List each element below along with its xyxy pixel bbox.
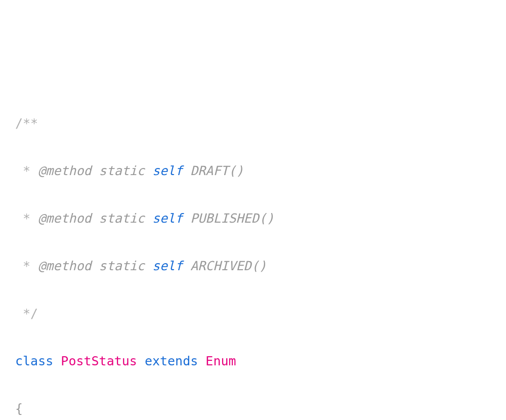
phpdoc-method-name: ARCHIVED(): [190, 259, 267, 273]
phpdoc-tag: @method: [38, 259, 91, 273]
brace-open: {: [15, 401, 23, 416]
phpdoc-tag: @method: [38, 211, 91, 226]
code-line[interactable]: * @method static self DRAFT(): [0, 157, 506, 186]
keyword-class: class: [15, 354, 53, 368]
phpdoc-tag: @method: [38, 163, 91, 178]
phpdoc-self: self: [152, 259, 183, 273]
phpdoc-self: self: [152, 211, 183, 226]
docblock-close: */: [15, 306, 38, 321]
code-line[interactable]: */: [0, 300, 506, 328]
phpdoc-static: static: [99, 211, 145, 226]
code-line[interactable]: * @method static self ARCHIVED(): [0, 252, 506, 281]
phpdoc-method-name: DRAFT(): [190, 163, 243, 178]
phpdoc-self: self: [152, 163, 183, 178]
code-line[interactable]: class PostStatus extends Enum: [0, 347, 506, 376]
docblock-star: *: [15, 211, 38, 226]
code-line[interactable]: {: [0, 395, 506, 421]
docblock-star: *: [15, 163, 38, 178]
keyword-extends: extends: [145, 354, 198, 368]
class-name: PostStatus: [61, 354, 137, 368]
docblock-star: *: [15, 259, 38, 273]
phpdoc-static: static: [99, 259, 145, 273]
parent-class-name: Enum: [205, 354, 236, 368]
phpdoc-method-name: PUBLISHED(): [190, 211, 274, 226]
code-line[interactable]: /**: [0, 109, 506, 138]
code-line[interactable]: * @method static self PUBLISHED(): [0, 204, 506, 233]
phpdoc-static: static: [99, 163, 145, 178]
code-editor[interactable]: /** * @method static self DRAFT() * @met…: [0, 90, 506, 420]
docblock-open: /**: [15, 116, 38, 131]
